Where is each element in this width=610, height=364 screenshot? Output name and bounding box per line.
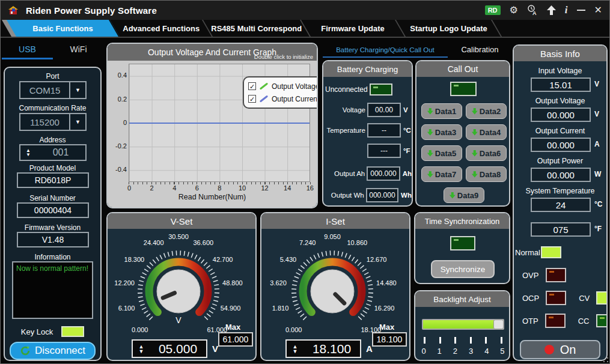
up-down-arrows-icon[interactable]: ▲▼ [133,341,150,357]
down-arrow-icon [427,150,433,157]
i-set-panel: I-Set 0.0001.8103.6205.4307.2409.05010.8… [260,212,410,361]
backlight-panel: Backlight Adjust 01 23 45 [414,290,510,361]
v-set-knob-unit: V [175,315,181,325]
x-tick: 10 [234,184,250,192]
data6-button[interactable]: Data6 [466,145,507,161]
down-arrow-icon [427,129,433,136]
data4-button[interactable]: Data4 [466,124,507,140]
v-set-gauge[interactable]: 0.0006.10012.20018.30024.40030.50036.600… [108,229,255,332]
rd-badge[interactable]: RD [485,5,501,15]
battery-panel-title: Battery Charging [323,61,412,77]
tab-wifi[interactable]: WiFi [53,40,104,58]
output-ah-unit: Ah [403,170,412,177]
down-arrow-icon [427,108,433,115]
close-icon[interactable]: ✕ [594,5,602,15]
minimize-icon[interactable] [577,10,585,11]
input-voltage-value: 15.01 [531,77,591,92]
call-out-title: Call Out [416,61,509,77]
otp-label: OTP [522,317,538,326]
system-temperature-c-value: 24 [531,198,591,212]
data3-button[interactable]: Data3 [421,124,462,140]
ocp-label: OCP [522,294,539,303]
chevron-down-icon[interactable]: ▼ [69,82,85,98]
tab-advanced-functions[interactable]: Advanced Functions [110,20,213,37]
tab-calibration[interactable]: Calibration [448,41,511,58]
call-out-panel: Call Out Data1 Data2 Data3 Data4 Data5 D… [415,60,510,207]
address-stepper[interactable]: ▲▼ 001 [19,144,87,161]
output-power-label: Output Power [514,157,606,165]
y-tick: 0.4 [109,71,127,79]
unconnected-label: Unconnected [325,85,368,94]
gauge-scale-label: 18.300 [124,256,145,263]
backlight-slider-thumb[interactable] [493,320,504,329]
gauge-scale-label: 10.860 [347,239,367,246]
v-set-stepper[interactable]: ▲▼ 05.000 [132,339,207,358]
data7-button[interactable]: Data7 [421,166,462,182]
record-dot-icon [544,345,554,354]
i-set-max-label: Max [379,323,394,332]
down-arrow-icon [472,129,478,136]
info-icon[interactable]: i [565,5,568,15]
basis-info-title: Basis Info [514,46,606,61]
voltage-checkbox[interactable]: ✓ [248,82,256,90]
usb-tab-underline [2,58,53,59]
x-tick: 0 [121,184,137,192]
graph-subtitle: Double click to initialize [254,53,313,60]
gauge-scale-label: 16.290 [374,305,395,312]
gauge-scale-label: 12.200 [114,279,135,287]
basis-info-panel: Basis Info Input Voltage 15.01V Output V… [513,44,608,361]
tab-basic-functions[interactable]: Basic Functions [7,20,120,37]
plot-area[interactable]: ✓ Output Voltage(V) ✓ Output Current(A) [129,64,310,182]
battery-voltage-label: Voltage [323,106,365,114]
battery-temperature-c-unit: °C [403,127,411,134]
synchronize-button[interactable]: Synchronize [431,260,495,278]
graph-legend: ✓ Output Voltage(V) ✓ Output Current(A) [243,76,318,109]
v-set-max-label: Max [225,323,240,332]
resize-grip[interactable] [603,357,608,362]
disconnect-button[interactable]: Disconnect [10,342,96,360]
y-tick: -0.4 [109,166,127,173]
gauge-scale-label: 7.240 [299,239,316,246]
i-set-value[interactable]: 18.100 [303,341,360,357]
tab-rs485-multi-correspond[interactable]: RS485 Multi Correspond [203,20,311,37]
i-set-stepper[interactable]: ▲▼ 18.100 [285,339,361,358]
upload-arrow-icon[interactable] [547,5,556,15]
comm-rate-select[interactable]: 115200 ▼ [19,113,87,131]
backlight-tick-labels: 01 23 45 [420,347,506,356]
up-down-arrows-icon[interactable]: ▲▼ [287,341,303,357]
tab-startup-logo-update[interactable]: Startup Logo Update [396,20,502,37]
comm-rate-label: Communication Rate [5,104,100,112]
i-set-gauge[interactable]: 0.0001.8103.6205.4307.2409.05010.86012.6… [261,229,409,332]
up-down-arrows-icon[interactable]: ▲▼ [20,145,36,160]
time-sync-led [450,236,475,250]
system-temperature-f-value: 075 [531,222,591,237]
data1-button[interactable]: Data1 [421,103,462,119]
data9-button[interactable]: Data9 [444,187,484,203]
x-tick: 6 [189,184,205,192]
data5-button[interactable]: Data5 [421,145,462,161]
chevron-down-icon[interactable]: ▼ [69,114,85,130]
backlight-slider[interactable] [422,319,504,330]
output-on-button[interactable]: On [520,340,600,359]
x-tick: 16 [302,184,318,192]
tab-usb[interactable]: USB [2,40,53,58]
data2-button[interactable]: Data2 [466,103,507,119]
data8-button[interactable]: Data8 [466,166,507,182]
tab-firmware-update[interactable]: Firmware Update [301,20,406,37]
address-label: Address [5,136,100,144]
down-arrow-icon [472,171,478,178]
output-wh-unit: Wh [401,192,412,199]
down-arrow-icon [472,108,478,115]
tab-battery-charging-quick-call-out[interactable]: Battery Charging/Quick Call Out [322,41,448,58]
sub-tab-strip: Battery Charging/Quick Call Out Calibrat… [322,41,511,58]
v-set-value[interactable]: 05.000 [150,341,206,357]
graph-title-bar: Output Voltage And Current Graph Double … [108,44,317,61]
legend-voltage-label: Output Voltage(V) [272,82,318,91]
cc-led [596,314,608,327]
language-icon[interactable]: A [527,5,538,16]
current-checkbox[interactable]: ✓ [248,95,256,103]
port-select[interactable]: COM15 ▼ [19,81,87,99]
settings-gear-icon[interactable]: ⚙ [510,5,518,15]
title-bar: Riden Power Supply Software RD ⚙ A i ✕ [1,1,609,20]
gauge-scale-label: 14.480 [376,279,397,287]
